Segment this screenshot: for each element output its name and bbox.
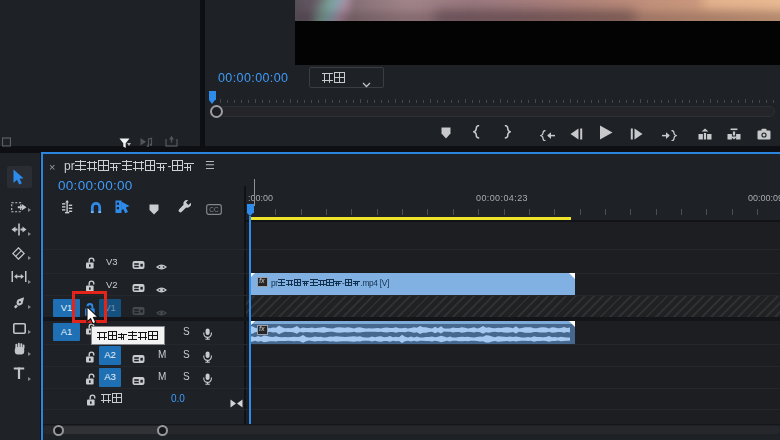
svg-text:CC: CC <box>209 206 219 213</box>
